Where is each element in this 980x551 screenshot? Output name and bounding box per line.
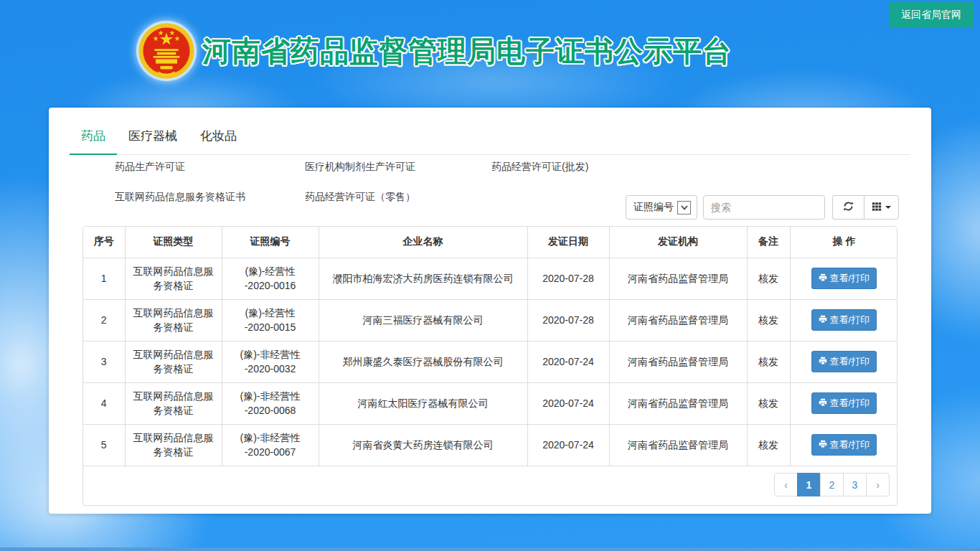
column-header: 发证日期 <box>527 227 609 258</box>
refresh-button[interactable] <box>832 195 864 220</box>
cell-company-name: 河南省炎黄大药房连锁有限公司 <box>319 424 527 466</box>
medical-institution-preparation-license-link[interactable]: 医疗机构制剂生产许可证 <box>305 161 491 174</box>
tab-drugs[interactable]: 药品 <box>70 128 117 155</box>
pagination-list: ‹123› <box>774 473 890 496</box>
table-header-row: 序号证照类型证照编号企业名称发证日期发证机构备注操 作 <box>83 227 897 258</box>
page-title: 河南省药品监督管理局电子证书公示平台 <box>202 32 732 71</box>
view-print-button[interactable]: 查看/打印 <box>811 268 877 289</box>
return-to-bureau-button[interactable]: 返回省局官网 <box>889 2 974 28</box>
cell-remark: 核发 <box>747 382 790 424</box>
refresh-icon <box>843 201 854 214</box>
drug-distribution-license-retail-link[interactable]: 药品经营许可证（零售） <box>305 191 491 204</box>
content-panel: 药品医疗器械化妆品 药品生产许可证医疗机构制剂生产许可证药品经营许可证(批发) … <box>49 108 931 514</box>
chevron-down-icon <box>677 201 691 215</box>
cell-issuing-authority: 河南省药品监督管理局 <box>609 299 747 341</box>
cell-actions: 查看/打印 <box>790 341 897 382</box>
certificates-table: 序号证照类型证照编号企业名称发证日期发证机构备注操 作 1互联网药品信息服务资格… <box>83 227 897 466</box>
caret-down-icon <box>885 206 891 209</box>
column-header: 序号 <box>83 227 125 258</box>
cell-index: 1 <box>83 258 125 299</box>
column-header: 操 作 <box>790 227 897 258</box>
view-print-label: 查看/打印 <box>829 272 870 285</box>
cell-index: 2 <box>83 299 125 341</box>
tab-cosmetics[interactable]: 化妆品 <box>189 128 248 155</box>
pagination-prev[interactable]: ‹ <box>774 473 798 496</box>
view-print-button[interactable]: 查看/打印 <box>811 392 877 414</box>
cell-cert-no: (豫)-经营性 -2020-0015 <box>222 299 319 341</box>
cell-issue-date: 2020-07-24 <box>527 382 609 424</box>
view-print-button[interactable]: 查看/打印 <box>811 351 877 372</box>
cell-cert-no: (豫)-非经营性 -2020-0067 <box>222 424 319 466</box>
cell-issue-date: 2020-07-28 <box>527 258 609 299</box>
cell-index: 4 <box>83 382 125 424</box>
printer-icon <box>819 398 827 409</box>
cell-company-name: 濮阳市柏海宏济大药房医药连锁有限公司 <box>319 258 527 299</box>
cell-remark: 核发 <box>747 341 790 382</box>
search-input[interactable] <box>703 195 825 220</box>
view-print-label: 查看/打印 <box>829 355 870 368</box>
table-tools-group <box>832 195 899 220</box>
drug-production-license-link[interactable]: 药品生产许可证 <box>115 161 305 174</box>
certificates-table-container: 序号证照类型证照编号企业名称发证日期发证机构备注操 作 1互联网药品信息服务资格… <box>83 226 897 506</box>
cell-issuing-authority: 河南省药品监督管理局 <box>609 341 747 382</box>
national-emblem-logo <box>135 19 198 83</box>
table-row: 1互联网药品信息服务资格证(豫)-经营性 -2020-0016濮阳市柏海宏济大药… <box>83 258 897 299</box>
drug-distribution-license-wholesale-link[interactable]: 药品经营许可证(批发) <box>491 161 588 174</box>
cell-actions: 查看/打印 <box>790 382 897 424</box>
column-header: 证照类型 <box>125 227 222 258</box>
cell-issuing-authority: 河南省药品监督管理局 <box>609 258 747 299</box>
pagination-next[interactable]: › <box>866 473 890 496</box>
view-print-label: 查看/打印 <box>829 314 870 326</box>
footer-strip <box>0 547 980 551</box>
printer-icon <box>819 273 827 284</box>
pagination-page-1[interactable]: 1 <box>797 473 821 496</box>
table-row: 3互联网药品信息服务资格证(豫)-非经营性 -2020-0032郑州康盛久泰医疗… <box>83 341 897 382</box>
cell-company-name: 郑州康盛久泰医疗器械股份有限公司 <box>319 341 527 382</box>
cell-company-name: 河南红太阳医疗器械有限公司 <box>319 382 527 424</box>
cell-remark: 核发 <box>747 258 790 299</box>
cell-cert-type: 互联网药品信息服务资格证 <box>125 299 222 341</box>
page: 返回省局官网 <box>0 0 980 551</box>
printer-icon <box>819 357 827 367</box>
view-print-button[interactable]: 查看/打印 <box>811 309 877 331</box>
cell-cert-no: (豫)-非经营性 -2020-0032 <box>222 341 319 382</box>
columns-button[interactable] <box>864 195 899 220</box>
cell-cert-type: 互联网药品信息服务资格证 <box>125 382 222 424</box>
cert-links-row-1: 药品生产许可证医疗机构制剂生产许可证药品经营许可证(批发) <box>115 161 588 174</box>
cell-remark: 核发 <box>747 299 790 341</box>
cell-index: 5 <box>83 424 125 466</box>
view-print-label: 查看/打印 <box>829 397 870 410</box>
table-toolbar: 证照编号 <box>626 195 899 220</box>
pagination-page-2[interactable]: 2 <box>820 473 844 496</box>
internet-drug-info-service-cert-link[interactable]: 互联网药品信息服务资格证书 <box>115 191 305 204</box>
table-body: 1互联网药品信息服务资格证(豫)-经营性 -2020-0016濮阳市柏海宏济大药… <box>83 258 897 466</box>
table-row: 2互联网药品信息服务资格证(豫)-经营性 -2020-0015河南三福医疗器械有… <box>83 299 897 341</box>
column-header: 发证机构 <box>609 227 747 258</box>
columns-grid-icon <box>872 202 882 214</box>
cell-cert-type: 互联网药品信息服务资格证 <box>125 341 222 382</box>
view-print-button[interactable]: 查看/打印 <box>811 434 877 456</box>
pagination-page-3[interactable]: 3 <box>843 473 867 496</box>
printer-icon <box>819 315 827 326</box>
cert-type-links: 药品生产许可证医疗机构制剂生产许可证药品经营许可证(批发) 互联网药品信息服务资… <box>115 161 588 221</box>
table-row: 4互联网药品信息服务资格证(豫)-非经营性 -2020-0068河南红太阳医疗器… <box>83 382 897 424</box>
column-header: 企业名称 <box>319 227 527 258</box>
cell-issuing-authority: 河南省药品监督管理局 <box>609 424 747 466</box>
column-header: 证照编号 <box>222 227 319 258</box>
cell-actions: 查看/打印 <box>790 424 897 466</box>
cell-issue-date: 2020-07-28 <box>527 299 609 341</box>
cell-cert-no: (豫)-经营性 -2020-0016 <box>222 258 319 299</box>
cell-cert-type: 互联网药品信息服务资格证 <box>125 424 222 466</box>
site-header: 河南省药品监督管理局电子证书公示平台 <box>135 16 732 86</box>
cell-cert-no: (豫)-非经营性 -2020-0068 <box>222 382 319 424</box>
search-field-select[interactable]: 证照编号 <box>626 195 697 220</box>
cert-links-row-2: 互联网药品信息服务资格证书药品经营许可证（零售） <box>115 191 588 204</box>
cell-actions: 查看/打印 <box>790 299 897 341</box>
cell-index: 3 <box>83 341 125 382</box>
cell-issuing-authority: 河南省药品监督管理局 <box>609 382 747 424</box>
view-print-label: 查看/打印 <box>829 438 870 451</box>
tab-medical-devices[interactable]: 医疗器械 <box>117 128 189 155</box>
cell-remark: 核发 <box>747 424 790 466</box>
table-row: 5互联网药品信息服务资格证(豫)-非经营性 -2020-0067河南省炎黄大药房… <box>83 424 897 466</box>
tabs: 药品医疗器械化妆品 <box>70 128 910 155</box>
